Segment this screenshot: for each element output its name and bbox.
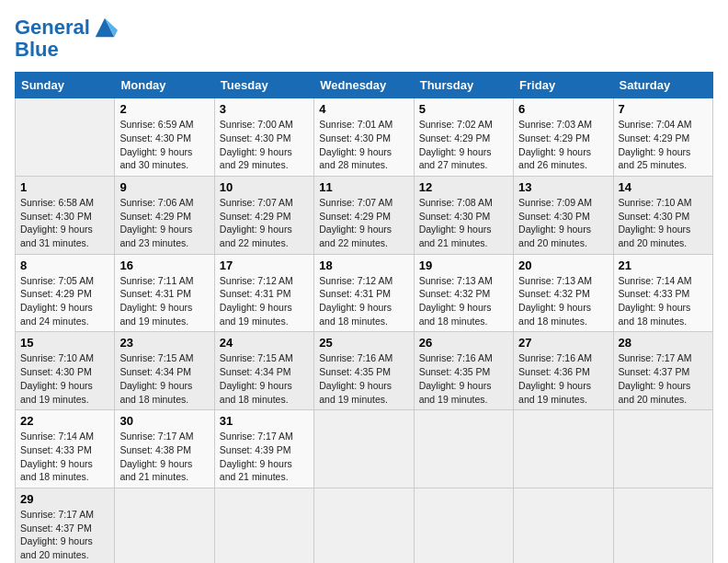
day-number: 31 <box>220 414 309 428</box>
day-info: Sunrise: 6:58 AM Sunset: 4:30 PM Dayligh… <box>20 196 109 250</box>
day-info: Sunrise: 7:07 AM Sunset: 4:29 PM Dayligh… <box>319 196 408 250</box>
calendar-cell: 20Sunrise: 7:13 AM Sunset: 4:32 PM Dayli… <box>514 254 613 332</box>
day-number: 11 <box>319 180 408 194</box>
calendar-cell: 12Sunrise: 7:08 AM Sunset: 4:30 PM Dayli… <box>414 176 513 254</box>
logo-text2: Blue <box>15 39 59 61</box>
calendar-cell <box>613 488 712 563</box>
day-number: 23 <box>119 336 209 350</box>
day-info: Sunrise: 7:04 AM Sunset: 4:29 PM Dayligh… <box>619 118 708 172</box>
calendar-cell: 4Sunrise: 7:01 AM Sunset: 4:30 PM Daylig… <box>314 98 414 177</box>
calendar-cell: 27Sunrise: 7:16 AM Sunset: 4:36 PM Dayli… <box>514 332 613 410</box>
calendar-cell: 13Sunrise: 7:09 AM Sunset: 4:30 PM Dayli… <box>514 176 613 254</box>
calendar-cell: 9Sunrise: 7:06 AM Sunset: 4:29 PM Daylig… <box>115 176 214 254</box>
calendar-cell: 23Sunrise: 7:15 AM Sunset: 4:34 PM Dayli… <box>115 332 214 410</box>
calendar-cell: 22Sunrise: 7:14 AM Sunset: 4:33 PM Dayli… <box>16 410 115 488</box>
col-header-tuesday: Tuesday <box>214 73 313 98</box>
calendar-cell: 7Sunrise: 7:04 AM Sunset: 4:29 PM Daylig… <box>613 98 712 177</box>
calendar-cell: 3Sunrise: 7:00 AM Sunset: 4:30 PM Daylig… <box>214 98 313 177</box>
day-info: Sunrise: 7:06 AM Sunset: 4:29 PM Dayligh… <box>119 196 209 250</box>
day-number: 29 <box>20 492 109 506</box>
day-info: Sunrise: 7:02 AM Sunset: 4:29 PM Dayligh… <box>419 118 508 172</box>
logo-text: General <box>15 17 90 39</box>
day-info: Sunrise: 6:59 AM Sunset: 4:30 PM Dayligh… <box>119 118 209 172</box>
calendar-cell <box>314 488 414 563</box>
calendar-cell <box>214 488 313 563</box>
day-info: Sunrise: 7:09 AM Sunset: 4:30 PM Dayligh… <box>518 196 608 250</box>
day-info: Sunrise: 7:00 AM Sunset: 4:30 PM Dayligh… <box>220 118 309 172</box>
day-number: 14 <box>619 180 708 194</box>
calendar-cell: 5Sunrise: 7:02 AM Sunset: 4:29 PM Daylig… <box>414 98 513 177</box>
calendar-cell: 10Sunrise: 7:07 AM Sunset: 4:29 PM Dayli… <box>214 176 313 254</box>
day-number: 20 <box>518 259 608 272</box>
day-info: Sunrise: 7:16 AM Sunset: 4:35 PM Dayligh… <box>319 351 408 406</box>
day-info: Sunrise: 7:11 AM Sunset: 4:31 PM Dayligh… <box>119 274 209 328</box>
col-header-friday: Friday <box>514 73 613 98</box>
calendar-cell: 19Sunrise: 7:13 AM Sunset: 4:32 PM Dayli… <box>414 254 513 332</box>
day-info: Sunrise: 7:15 AM Sunset: 4:34 PM Dayligh… <box>220 351 309 406</box>
day-number: 16 <box>119 259 209 272</box>
week-row-3: 8Sunrise: 7:05 AM Sunset: 4:29 PM Daylig… <box>16 254 713 332</box>
calendar-cell <box>414 488 513 563</box>
calendar-cell: 28Sunrise: 7:17 AM Sunset: 4:37 PM Dayli… <box>613 332 712 410</box>
calendar-cell <box>613 410 712 488</box>
calendar-cell: 24Sunrise: 7:15 AM Sunset: 4:34 PM Dayli… <box>214 332 313 410</box>
calendar-cell: 31Sunrise: 7:17 AM Sunset: 4:39 PM Dayli… <box>214 410 313 488</box>
calendar-cell <box>314 410 414 488</box>
calendar-cell: 15Sunrise: 7:10 AM Sunset: 4:30 PM Dayli… <box>16 332 115 410</box>
day-info: Sunrise: 7:14 AM Sunset: 4:33 PM Dayligh… <box>619 274 708 328</box>
logo: General Blue <box>15 15 118 61</box>
calendar-table: SundayMondayTuesdayWednesdayThursdayFrid… <box>15 72 713 563</box>
day-info: Sunrise: 7:14 AM Sunset: 4:33 PM Dayligh… <box>20 430 109 484</box>
calendar-cell: 8Sunrise: 7:05 AM Sunset: 4:29 PM Daylig… <box>16 254 115 332</box>
col-header-thursday: Thursday <box>414 73 513 98</box>
week-row-1: 2Sunrise: 6:59 AM Sunset: 4:30 PM Daylig… <box>16 98 713 177</box>
day-info: Sunrise: 7:17 AM Sunset: 4:37 PM Dayligh… <box>619 351 708 406</box>
day-info: Sunrise: 7:10 AM Sunset: 4:30 PM Dayligh… <box>20 351 109 406</box>
day-number: 24 <box>220 336 309 350</box>
day-number: 3 <box>220 102 309 116</box>
calendar-cell <box>514 488 613 563</box>
day-info: Sunrise: 7:17 AM Sunset: 4:38 PM Dayligh… <box>119 430 209 484</box>
day-number: 4 <box>319 102 408 116</box>
week-row-5: 22Sunrise: 7:14 AM Sunset: 4:33 PM Dayli… <box>16 410 713 488</box>
day-number: 13 <box>518 180 608 194</box>
calendar-cell <box>514 410 613 488</box>
col-header-monday: Monday <box>115 73 214 98</box>
calendar-cell: 14Sunrise: 7:10 AM Sunset: 4:30 PM Dayli… <box>613 176 712 254</box>
day-info: Sunrise: 7:17 AM Sunset: 4:37 PM Dayligh… <box>20 508 109 562</box>
day-info: Sunrise: 7:08 AM Sunset: 4:30 PM Dayligh… <box>419 196 508 250</box>
calendar-cell: 26Sunrise: 7:16 AM Sunset: 4:35 PM Dayli… <box>414 332 513 410</box>
day-info: Sunrise: 7:16 AM Sunset: 4:35 PM Dayligh… <box>419 351 508 406</box>
header-row: SundayMondayTuesdayWednesdayThursdayFrid… <box>16 73 713 98</box>
day-info: Sunrise: 7:16 AM Sunset: 4:36 PM Dayligh… <box>518 351 608 406</box>
day-number: 19 <box>419 259 508 272</box>
calendar-cell: 21Sunrise: 7:14 AM Sunset: 4:33 PM Dayli… <box>613 254 712 332</box>
day-number: 15 <box>20 336 109 350</box>
day-number: 26 <box>419 336 508 350</box>
day-number: 28 <box>619 336 708 350</box>
day-info: Sunrise: 7:10 AM Sunset: 4:30 PM Dayligh… <box>619 196 708 250</box>
calendar-cell <box>16 98 115 177</box>
week-row-4: 15Sunrise: 7:10 AM Sunset: 4:30 PM Dayli… <box>16 332 713 410</box>
calendar-cell: 25Sunrise: 7:16 AM Sunset: 4:35 PM Dayli… <box>314 332 414 410</box>
day-number: 12 <box>419 180 508 194</box>
day-number: 22 <box>20 414 109 428</box>
day-info: Sunrise: 7:07 AM Sunset: 4:29 PM Dayligh… <box>220 196 309 250</box>
day-info: Sunrise: 7:13 AM Sunset: 4:32 PM Dayligh… <box>419 274 508 328</box>
day-number: 10 <box>220 180 309 194</box>
day-number: 18 <box>319 259 408 272</box>
calendar-cell: 29Sunrise: 7:17 AM Sunset: 4:37 PM Dayli… <box>16 488 115 563</box>
calendar-cell: 11Sunrise: 7:07 AM Sunset: 4:29 PM Dayli… <box>314 176 414 254</box>
week-row-2: 1Sunrise: 6:58 AM Sunset: 4:30 PM Daylig… <box>16 176 713 254</box>
day-number: 6 <box>518 102 608 116</box>
calendar-cell: 1Sunrise: 6:58 AM Sunset: 4:30 PM Daylig… <box>16 176 115 254</box>
day-number: 8 <box>20 259 109 272</box>
col-header-wednesday: Wednesday <box>314 73 414 98</box>
page-header: General Blue <box>15 15 713 61</box>
day-info: Sunrise: 7:01 AM Sunset: 4:30 PM Dayligh… <box>319 118 408 172</box>
calendar-cell: 18Sunrise: 7:12 AM Sunset: 4:31 PM Dayli… <box>314 254 414 332</box>
week-row-6: 29Sunrise: 7:17 AM Sunset: 4:37 PM Dayli… <box>16 488 713 563</box>
day-number: 7 <box>619 102 708 116</box>
col-header-saturday: Saturday <box>613 73 712 98</box>
col-header-sunday: Sunday <box>16 73 115 98</box>
